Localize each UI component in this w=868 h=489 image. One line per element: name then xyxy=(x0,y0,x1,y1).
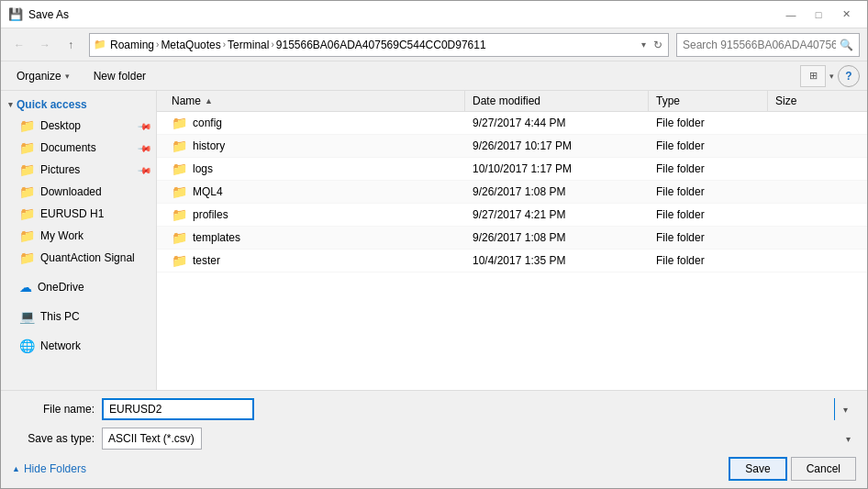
header-date[interactable]: Date modified xyxy=(465,91,649,111)
sidebar-divider1 xyxy=(1,269,156,276)
header-size[interactable]: Size xyxy=(768,91,860,111)
file-cell-size xyxy=(768,135,860,157)
cancel-button[interactable]: Cancel xyxy=(791,457,856,481)
table-row[interactable]: 📁 history 9/26/2017 10:17 PM File folder xyxy=(157,135,867,158)
address-dropdown-button[interactable]: ▾ xyxy=(640,39,648,50)
help-button[interactable]: ? xyxy=(838,65,860,87)
search-input[interactable] xyxy=(683,39,836,51)
back-button[interactable]: ← xyxy=(8,34,30,56)
eurusd-folder-icon: 📁 xyxy=(19,206,35,221)
hide-folders-label: Hide Folders xyxy=(24,462,86,475)
save-button[interactable]: Save xyxy=(729,457,786,481)
file-cell-name: 📁 templates xyxy=(164,227,465,249)
table-row[interactable]: 📁 templates 9/26/2017 1:08 PM File folde… xyxy=(157,227,867,250)
header-date-label: Date modified xyxy=(473,94,540,107)
folder-icon: 📁 xyxy=(172,230,187,245)
filename-dropdown-button[interactable]: ▾ xyxy=(834,398,856,420)
file-list-header: Name ▲ Date modified Type Size xyxy=(157,91,867,112)
bottom-buttons: ▲ Hide Folders Save Cancel xyxy=(12,457,856,481)
table-row[interactable]: 📁 profiles 9/27/2017 4:21 PM File folder xyxy=(157,204,867,227)
sidebar-item-downloaded[interactable]: 📁 Downloaded xyxy=(1,181,156,203)
breadcrumb-terminal[interactable]: Terminal xyxy=(228,39,269,51)
sidebar-item-eurusd[interactable]: 📁 EURUSD H1 xyxy=(1,203,156,225)
table-row[interactable]: 📁 config 9/27/2017 4:44 PM File folder xyxy=(157,112,867,135)
view-dropdown-icon[interactable]: ▾ xyxy=(829,72,834,81)
breadcrumb-sep3: › xyxy=(271,39,273,50)
onedrive-icon: ☁ xyxy=(19,280,32,295)
organize-button[interactable]: Organize ▾ xyxy=(8,65,78,87)
file-type: File folder xyxy=(656,139,705,152)
maximize-button[interactable]: □ xyxy=(805,6,832,24)
desktop-folder-icon: 📁 xyxy=(19,118,35,133)
filename-label: File name: xyxy=(12,403,95,416)
file-cell-type: File folder xyxy=(649,204,768,226)
close-button[interactable]: ✕ xyxy=(832,6,860,24)
table-row[interactable]: 📁 MQL4 9/26/2017 1:08 PM File folder xyxy=(157,181,867,204)
savetype-select[interactable]: ASCII Text (*.csv) xyxy=(102,428,202,450)
savetype-row: Save as type: ASCII Text (*.csv) xyxy=(12,428,856,450)
address-refresh-button[interactable]: ↻ xyxy=(651,39,664,51)
address-bar[interactable]: 📁 Roaming › MetaQuotes › Terminal › 9155… xyxy=(89,33,669,57)
quick-access-header[interactable]: ▾ Quick access xyxy=(1,94,156,115)
file-cell-type: File folder xyxy=(649,181,768,203)
file-cell-date: 9/27/2017 4:44 PM xyxy=(465,112,649,134)
file-cell-name: 📁 MQL4 xyxy=(164,181,465,203)
table-row[interactable]: 📁 logs 10/10/2017 1:17 PM File folder xyxy=(157,158,867,181)
minimize-button[interactable]: — xyxy=(777,6,805,24)
header-type-label: Type xyxy=(656,94,680,107)
file-cell-size xyxy=(768,158,860,180)
new-folder-button[interactable]: New folder xyxy=(85,65,154,87)
downloaded-label: Downloaded xyxy=(40,185,102,198)
file-type: File folder xyxy=(656,117,705,129)
search-box[interactable]: 🔍 xyxy=(676,33,860,57)
sidebar-item-pictures[interactable]: 📁 Pictures 📌 xyxy=(1,159,156,181)
sidebar-item-documents[interactable]: 📁 Documents 📌 xyxy=(1,137,156,159)
quick-access-label: Quick access xyxy=(17,98,87,111)
folder-icon: 📁 xyxy=(172,253,187,268)
view-button[interactable]: ⊞ xyxy=(800,65,826,87)
up-button[interactable]: ↑ xyxy=(60,34,82,56)
file-cell-type: File folder xyxy=(649,250,768,272)
file-list-container: Name ▲ Date modified Type Size 📁 config xyxy=(157,91,867,390)
sidebar-item-quantaction[interactable]: 📁 QuantAction Signal xyxy=(1,247,156,269)
pictures-pin-icon: 📌 xyxy=(138,162,152,177)
header-type[interactable]: Type xyxy=(649,91,768,111)
sidebar-item-onedrive[interactable]: ☁ OneDrive xyxy=(1,276,156,298)
sidebar-item-mywork[interactable]: 📁 My Work xyxy=(1,225,156,247)
forward-button[interactable]: → xyxy=(34,34,56,56)
up-icon: ↑ xyxy=(68,39,73,51)
sidebar-item-desktop[interactable]: 📁 Desktop 📌 xyxy=(1,115,156,137)
quantaction-label: QuantAction Signal xyxy=(40,251,135,264)
table-row[interactable]: 📁 tester 10/4/2017 1:35 PM File folder xyxy=(157,250,867,272)
file-name: logs xyxy=(193,162,213,175)
organize-dropdown-icon: ▾ xyxy=(65,72,70,81)
hide-folders-button[interactable]: ▲ Hide Folders xyxy=(12,462,86,475)
sidebar-divider2 xyxy=(1,298,156,306)
file-cell-name: 📁 tester xyxy=(164,250,465,272)
hide-folders-arrow-icon: ▲ xyxy=(12,464,20,473)
file-cell-date: 10/4/2017 1:35 PM xyxy=(465,250,649,272)
file-type: File folder xyxy=(656,162,705,175)
titlebar-controls: — □ ✕ xyxy=(777,6,860,24)
help-icon: ? xyxy=(845,70,851,83)
filename-input[interactable] xyxy=(102,398,254,420)
header-name[interactable]: Name ▲ xyxy=(164,91,465,111)
breadcrumb-roaming[interactable]: Roaming xyxy=(110,39,154,51)
file-name: MQL4 xyxy=(193,185,223,198)
sidebar-item-network[interactable]: 🌐 Network xyxy=(1,335,156,357)
pictures-folder-icon: 📁 xyxy=(19,162,35,177)
mywork-folder-icon: 📁 xyxy=(19,228,35,243)
savetype-select-wrapper: ASCII Text (*.csv) xyxy=(102,428,856,450)
file-name: config xyxy=(193,117,222,129)
header-size-label: Size xyxy=(775,94,796,107)
toolbar-right: ⊞ ▾ ? xyxy=(800,65,860,87)
folder-icon: 📁 xyxy=(172,161,187,176)
file-type: File folder xyxy=(656,254,705,267)
file-name: templates xyxy=(193,231,240,244)
pictures-label: Pictures xyxy=(40,163,80,176)
file-cell-name: 📁 config xyxy=(164,112,465,134)
file-date: 10/4/2017 1:35 PM xyxy=(473,254,565,267)
breadcrumb-folder[interactable]: 915566BA06ADA407569C544CC0D97611 xyxy=(276,39,486,51)
breadcrumb-metaquotes[interactable]: MetaQuotes xyxy=(161,39,220,51)
sidebar-item-thispc[interactable]: 💻 This PC xyxy=(1,306,156,328)
